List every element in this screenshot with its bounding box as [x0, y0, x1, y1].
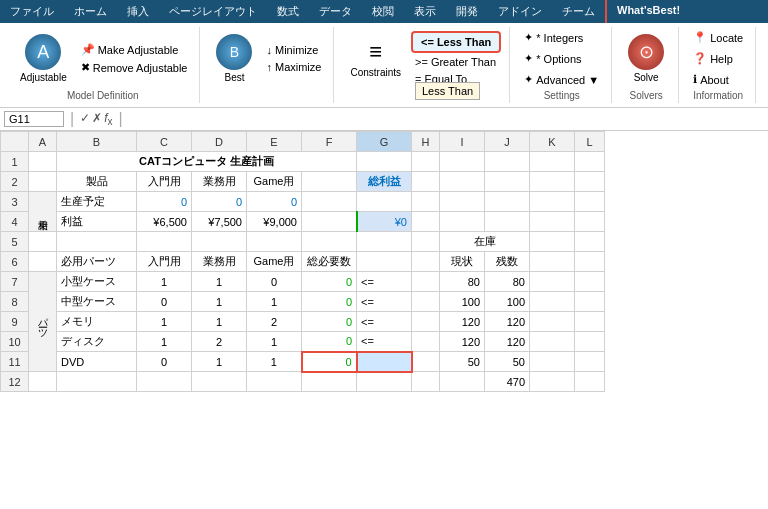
- cell-c5[interactable]: [137, 232, 192, 252]
- cell-e5[interactable]: [247, 232, 302, 252]
- cell-f2[interactable]: [302, 172, 357, 192]
- col-header-f[interactable]: F: [302, 132, 357, 152]
- cell-j1[interactable]: [485, 152, 530, 172]
- col-header-a[interactable]: A: [29, 132, 57, 152]
- greater-than-button[interactable]: >= Greater Than: [411, 54, 501, 70]
- cell-f5[interactable]: [302, 232, 357, 252]
- cell-i6[interactable]: 現状: [440, 252, 485, 272]
- cell-d9[interactable]: 1: [192, 312, 247, 332]
- tab-home[interactable]: ホーム: [64, 0, 117, 23]
- cell-d6[interactable]: 業務用: [192, 252, 247, 272]
- cell-f3[interactable]: [302, 192, 357, 212]
- cell-f6[interactable]: 総必要数: [302, 252, 357, 272]
- cell-j3[interactable]: [485, 192, 530, 212]
- cell-h12[interactable]: [412, 372, 440, 392]
- integers-button[interactable]: ✦ * Integers: [520, 29, 587, 46]
- cell-j7[interactable]: 80: [485, 272, 530, 292]
- cell-l7[interactable]: [575, 272, 605, 292]
- cell-b8[interactable]: 中型ケース: [57, 292, 137, 312]
- cell-k11[interactable]: [530, 352, 575, 372]
- best-button[interactable]: B Best: [210, 30, 258, 87]
- cell-k9[interactable]: [530, 312, 575, 332]
- cell-b9[interactable]: メモリ: [57, 312, 137, 332]
- cell-a2[interactable]: [29, 172, 57, 192]
- cell-k8[interactable]: [530, 292, 575, 312]
- cell-c8[interactable]: 0: [137, 292, 192, 312]
- cell-b4[interactable]: 利益: [57, 212, 137, 232]
- cell-h1[interactable]: [412, 152, 440, 172]
- cell-l8[interactable]: [575, 292, 605, 312]
- make-adjustable-button[interactable]: 📌 Make Adjustable: [77, 41, 192, 58]
- cell-g7[interactable]: <=: [357, 272, 412, 292]
- cell-i2[interactable]: [440, 172, 485, 192]
- cell-c12[interactable]: [137, 372, 192, 392]
- tab-team[interactable]: チーム: [552, 0, 605, 23]
- cell-j11[interactable]: 50: [485, 352, 530, 372]
- cell-h7[interactable]: [412, 272, 440, 292]
- cell-g2[interactable]: 総利益: [357, 172, 412, 192]
- cell-l1[interactable]: [575, 152, 605, 172]
- cell-b5[interactable]: [57, 232, 137, 252]
- cell-b7[interactable]: 小型ケース: [57, 272, 137, 292]
- cell-l9[interactable]: [575, 312, 605, 332]
- cell-c4[interactable]: ¥6,500: [137, 212, 192, 232]
- col-header-g[interactable]: G: [357, 132, 412, 152]
- cell-b2[interactable]: 製品: [57, 172, 137, 192]
- cell-b1[interactable]: CATコンピュータ 生産計画: [57, 152, 357, 172]
- cell-b6[interactable]: 必用パーツ: [57, 252, 137, 272]
- cell-j4[interactable]: [485, 212, 530, 232]
- cell-h10[interactable]: [412, 332, 440, 352]
- tab-addin[interactable]: アドイン: [488, 0, 552, 23]
- tab-insert[interactable]: 挿入: [117, 0, 159, 23]
- cell-j8[interactable]: 100: [485, 292, 530, 312]
- cell-k3[interactable]: [530, 192, 575, 212]
- advanced-button[interactable]: ✦ Advanced ▼: [520, 71, 603, 88]
- cell-c2[interactable]: 入門用: [137, 172, 192, 192]
- adjustable-button[interactable]: A Adjustable: [14, 30, 73, 87]
- cell-i9[interactable]: 120: [440, 312, 485, 332]
- col-header-k[interactable]: K: [530, 132, 575, 152]
- cell-a12[interactable]: [29, 372, 57, 392]
- cell-c3[interactable]: 0: [137, 192, 192, 212]
- cell-b10[interactable]: ディスク: [57, 332, 137, 352]
- cell-e12[interactable]: [247, 372, 302, 392]
- locate-button[interactable]: 📍 Locate: [689, 29, 747, 46]
- cell-b12[interactable]: [57, 372, 137, 392]
- tab-dev[interactable]: 開発: [446, 0, 488, 23]
- cell-d5[interactable]: [192, 232, 247, 252]
- cell-l6[interactable]: [575, 252, 605, 272]
- col-header-i[interactable]: I: [440, 132, 485, 152]
- cell-c6[interactable]: 入門用: [137, 252, 192, 272]
- cell-d7[interactable]: 1: [192, 272, 247, 292]
- cell-i3[interactable]: [440, 192, 485, 212]
- col-header-b[interactable]: B: [57, 132, 137, 152]
- cell-l12[interactable]: [575, 372, 605, 392]
- cell-f10[interactable]: 0: [302, 332, 357, 352]
- cell-g11[interactable]: [357, 352, 412, 372]
- cell-l5[interactable]: [575, 232, 605, 252]
- cell-g3[interactable]: [357, 192, 412, 212]
- cell-l2[interactable]: [575, 172, 605, 192]
- cell-k6[interactable]: [530, 252, 575, 272]
- cell-g8[interactable]: <=: [357, 292, 412, 312]
- less-than-button[interactable]: <= Less Than: [411, 31, 501, 53]
- cell-a5[interactable]: [29, 232, 57, 252]
- cell-e8[interactable]: 1: [247, 292, 302, 312]
- cell-g1[interactable]: [357, 152, 412, 172]
- cell-b11[interactable]: DVD: [57, 352, 137, 372]
- cell-c7[interactable]: 1: [137, 272, 192, 292]
- cell-d3[interactable]: 0: [192, 192, 247, 212]
- cell-b3[interactable]: 生産予定: [57, 192, 137, 212]
- cancel-icon[interactable]: ✗: [92, 111, 102, 127]
- cell-d11[interactable]: 1: [192, 352, 247, 372]
- cell-a1[interactable]: [29, 152, 57, 172]
- remove-adjustable-button[interactable]: ✖ Remove Adjustable: [77, 59, 192, 76]
- cell-c10[interactable]: 1: [137, 332, 192, 352]
- cell-f7[interactable]: 0: [302, 272, 357, 292]
- cell-g6[interactable]: [357, 252, 412, 272]
- cell-g4[interactable]: ¥0: [357, 212, 412, 232]
- cell-d10[interactable]: 2: [192, 332, 247, 352]
- cell-h8[interactable]: [412, 292, 440, 312]
- cell-e3[interactable]: 0: [247, 192, 302, 212]
- cell-j9[interactable]: 120: [485, 312, 530, 332]
